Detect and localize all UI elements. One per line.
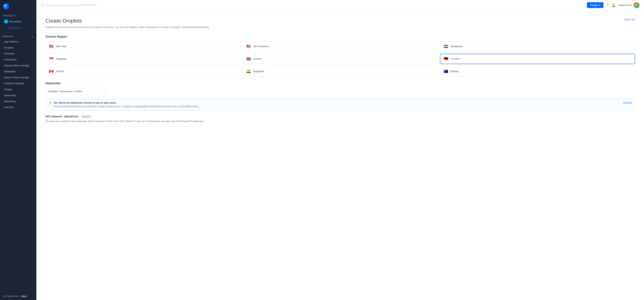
region-label-amsterdam: Amsterdam xyxy=(450,45,463,48)
page-content: Create Droplets Learn 8 Droplets are vir… xyxy=(36,10,644,300)
search-icon xyxy=(41,4,44,7)
sidebar-item-droplets[interactable]: Droplets xyxy=(1,45,35,50)
learn-badge: 8 xyxy=(632,18,635,21)
sidebar-items-container: App PlatformDropletsFunctionsKubernetesV… xyxy=(0,39,36,110)
learn-link[interactable]: Learn 8 xyxy=(624,18,635,21)
vpc-description: All resources created in this datacenter… xyxy=(45,120,635,123)
flag-frankfurt: 🇩🇪 xyxy=(444,57,448,61)
sidebar-item-first-project[interactable]: F first-project xyxy=(1,18,35,25)
datacenter-title: Datacenter xyxy=(45,82,635,85)
flag-singapore: 🇸🇬 xyxy=(49,57,54,61)
choose-region-title: Choose Region xyxy=(45,35,635,38)
region-grid: 🇺🇸New York🇺🇸San Francisco🇳🇱Amsterdam🇸🇬Si… xyxy=(45,41,635,76)
sidebar-divider xyxy=(0,32,36,32)
main-content: Create ▾ ? 🔔 Kestra Team KT Create Dropl… xyxy=(36,0,644,300)
search-bar xyxy=(41,4,585,7)
region-card-frankfurt[interactable]: 🇩🇪Frankfurt xyxy=(440,54,635,64)
vpc-badge: DEFAULT xyxy=(80,115,93,118)
choose-region-section: Choose Region 🇺🇸New York🇺🇸San Francisco🇳… xyxy=(45,35,635,76)
region-card-sydney[interactable]: 🇦🇺Sydney xyxy=(440,66,635,76)
region-label-frankfurt: Frankfurt xyxy=(450,57,460,60)
tip-header: 💡 Tip: Select the datacenter closest to … xyxy=(49,101,632,104)
top-nav: Create ▾ ? 🔔 Kestra Team KT xyxy=(36,0,644,10)
sidebar-item-add-ons[interactable]: Add-Ons xyxy=(1,104,35,110)
sidebar-item-monitoring[interactable]: Monitoring xyxy=(1,98,35,104)
create-button[interactable]: Create ▾ xyxy=(587,2,604,8)
page-header: Create Droplets Learn 8 xyxy=(45,18,635,24)
sidebar-item-kubernetes[interactable]: Kubernetes xyxy=(1,57,35,62)
tip-icon: 💡 xyxy=(49,101,52,104)
region-card-san-francisco[interactable]: 🇺🇸San Francisco xyxy=(243,41,438,51)
sidebar-item-databases[interactable]: Databases xyxy=(1,69,35,74)
flag-sydney: 🇦🇺 xyxy=(444,69,448,74)
region-label-new-york: New York xyxy=(56,45,66,48)
projects-chevron-icon: ▲ xyxy=(31,15,34,17)
tip-body: Avoid any potential latency by selecting… xyxy=(49,105,632,108)
dismiss-button[interactable]: Dismiss xyxy=(624,101,632,104)
tip-box: 💡 Tip: Select the datacenter closest to … xyxy=(45,99,635,111)
region-card-new-york[interactable]: 🇺🇸New York xyxy=(45,41,240,51)
topnav-actions: Create ▾ ? 🔔 Kestra Team KT xyxy=(587,2,640,8)
sidebar-footer: By DigitalOcean New xyxy=(0,293,36,300)
projects-section-header[interactable]: PROJECTS ▲ xyxy=(0,13,36,18)
region-card-amsterdam[interactable]: 🇳🇱Amsterdam xyxy=(440,41,635,51)
flag-bangalore: 🇮🇳 xyxy=(246,69,251,74)
sidebar: PROJECTS ▲ F first-project ＋ New Project… xyxy=(0,0,36,300)
project-icon: F xyxy=(4,19,8,23)
logo xyxy=(0,0,36,13)
region-label-toronto: Toronto xyxy=(56,70,64,73)
manage-section-header[interactable]: MANAGE ▲ xyxy=(0,33,36,39)
vpc-section: VPC Network - default-fra1DEFAULT All re… xyxy=(45,115,635,123)
region-card-london[interactable]: 🇬🇧London xyxy=(243,54,438,64)
user-section[interactable]: Kestra Team KT xyxy=(618,2,640,8)
page-title: Create Droplets xyxy=(45,18,82,24)
help-icon[interactable]: ? xyxy=(606,3,608,7)
sidebar-item-container-registry[interactable]: Container Registry xyxy=(1,81,35,86)
new-project-button[interactable]: ＋ New Project xyxy=(1,25,35,31)
region-label-sydney: Sydney xyxy=(450,70,458,73)
datacenter-select[interactable]: Frankfurt • Datacenter 1 • FRA1 xyxy=(45,88,105,95)
search-input[interactable] xyxy=(45,4,585,6)
notifications-icon[interactable]: 🔔 xyxy=(611,3,616,7)
sidebar-item-networking[interactable]: Networking xyxy=(1,92,35,98)
sidebar-item-functions[interactable]: Functions xyxy=(1,51,35,56)
flag-amsterdam: 🇳🇱 xyxy=(444,44,448,49)
region-card-bangalore[interactable]: 🇮🇳Bangalore xyxy=(243,66,438,76)
manage-chevron-icon: ▲ xyxy=(31,35,34,37)
sidebar-item-spaces-object-storage[interactable]: Spaces Object Storage xyxy=(1,75,35,80)
avatar: KT xyxy=(634,2,640,8)
datacenter-section: Datacenter Frankfurt • Datacenter 1 • FR… xyxy=(45,82,635,95)
page-description: Droplets are virtual machines that anyon… xyxy=(45,25,635,29)
region-card-toronto[interactable]: 🇨🇦Toronto xyxy=(45,66,240,76)
region-label-bangalore: Bangalore xyxy=(253,70,264,73)
flag-san-francisco: 🇺🇸 xyxy=(246,44,251,49)
region-label-london: London xyxy=(253,57,261,60)
region-label-san-francisco: San Francisco xyxy=(253,45,268,48)
sidebar-item-images[interactable]: Images xyxy=(1,86,35,92)
sidebar-item-app-platform[interactable]: App Platform xyxy=(1,39,35,44)
create-chevron-icon: ▾ xyxy=(599,4,600,6)
region-card-singapore[interactable]: 🇸🇬Singapore xyxy=(45,54,240,64)
region-label-singapore: Singapore xyxy=(56,57,67,60)
flag-london: 🇬🇧 xyxy=(246,57,251,61)
new-badge: New xyxy=(20,295,28,298)
flag-toronto: 🇨🇦 xyxy=(49,69,54,74)
flag-new-york: 🇺🇸 xyxy=(49,44,54,49)
vpc-label: VPC Network - default-fra1DEFAULT xyxy=(45,115,635,118)
sidebar-item-volumes-block-storage[interactable]: Volumes Block Storage xyxy=(1,63,35,68)
